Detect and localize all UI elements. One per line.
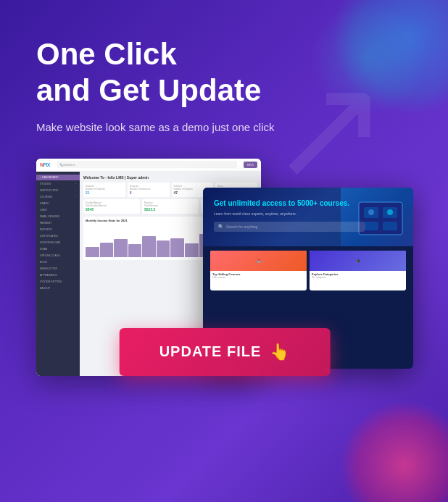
course-info-1: Top Selling Courses 100+ courses xyxy=(210,271,307,280)
sidebar-item-courses: COURSES› xyxy=(36,194,80,200)
sidebar-item-system: SYSTEM SETTING xyxy=(36,279,80,285)
sidebar-item-dashboard: ▪ DASHBOARD xyxy=(36,175,80,180)
sidebar-item-email: EMAIL SENDING xyxy=(36,214,80,219)
stat-revenue: Revenue Total Revenue $623.5 xyxy=(142,199,199,214)
stat-enrolled-amount: Enrolled Amount Total Enrolled Amount $8… xyxy=(83,199,140,214)
stat-card-instructor: Instructor Number of Instructors 8 xyxy=(128,183,170,197)
sidebar-item-backup: BACKUP xyxy=(36,285,80,291)
sidebar-item-certificates: CERTIFICATES xyxy=(36,233,80,239)
admin-logo: NFIX xyxy=(40,162,50,167)
mockup-container: NFIX 🔍 SEARCH NFIX ▪ DASHBOARD xyxy=(36,159,413,398)
tech-illustration xyxy=(341,188,413,246)
sidebar-item-graph: GRAPH xyxy=(36,201,80,206)
chart-bar-2 xyxy=(100,243,114,257)
chart-bar-8 xyxy=(185,243,199,257)
website-courses: 📚 Top Selling Courses 100+ courses 🎓 Exp… xyxy=(203,246,413,295)
course-card-2: 🎓 Explore Categories 50+ categories xyxy=(310,251,406,290)
sidebar-item-book: BOOK xyxy=(36,259,80,265)
sidebar-item-user: USER xyxy=(36,207,80,213)
welcome-text: Welcome To - Infix LMS | Super admin xyxy=(83,175,257,180)
website-search-bar: 🔍 Search for anything xyxy=(214,222,365,232)
sidebar-item-offline: OFFLINE CLASS xyxy=(36,253,80,259)
dashboard-icon: ▪ xyxy=(40,176,41,179)
course-info-2: Explore Categories 50+ categories xyxy=(310,271,406,280)
page-subheadline: Make website look same as a demo just on… xyxy=(36,121,412,133)
sidebar-item-payment: PAYMENT xyxy=(36,220,80,226)
svg-rect-3 xyxy=(364,222,378,230)
website-headline: Get unlimited access to 5000+ courses. xyxy=(214,198,402,208)
page-headline: One Click and Get Update xyxy=(36,36,412,109)
search-icon-website: 🔍 xyxy=(218,224,223,229)
admin-sidebar: ▪ DASHBOARD STUDIES› INSTRUCTORS› COURSE… xyxy=(36,172,80,376)
sidebar-item-studies: STUDIES› xyxy=(36,181,80,187)
admin-nav-button: NFIX xyxy=(244,162,257,168)
admin-search-bar: 🔍 SEARCH xyxy=(57,161,237,168)
website-hero: Get unlimited access to 5000+ courses. L… xyxy=(203,188,413,246)
chart-bar-5 xyxy=(142,236,156,257)
update-file-button[interactable]: UPDATE FILE 👆 xyxy=(120,328,331,376)
admin-topbar: NFIX 🔍 SEARCH NFIX xyxy=(36,159,261,172)
chart-bar-7 xyxy=(170,238,184,257)
update-file-button-wrapper: UPDATE FILE 👆 xyxy=(120,328,331,376)
update-file-label: UPDATE FILE xyxy=(159,343,262,360)
chart-bar-6 xyxy=(157,240,170,257)
hand-pointer-icon: 👆 xyxy=(270,343,290,361)
course-img-2: 🎓 xyxy=(310,251,406,271)
sidebar-item-exam: EXAM xyxy=(36,246,80,252)
chart-bar-3 xyxy=(114,239,128,257)
sidebar-item-newsletter: NEWSLETTER xyxy=(36,266,80,272)
svg-rect-4 xyxy=(383,222,397,230)
course-card-1: 📚 Top Selling Courses 100+ courses xyxy=(210,251,307,290)
sidebar-item-frontend: FRONTEND CMS xyxy=(36,240,80,246)
sidebar-item-instructors: INSTRUCTORS› xyxy=(36,188,80,193)
page-background: ↗ One Click and Get Update Make website … xyxy=(0,0,448,502)
chart-bar-1 xyxy=(86,247,99,257)
sidebar-item-reports: REPORTS xyxy=(36,227,80,233)
website-subtext: Learn from world class experts, anytime,… xyxy=(214,212,402,216)
course-img-1: 📚 xyxy=(210,251,307,271)
stat-card-students: Students Number of Students 21 xyxy=(83,183,125,197)
chart-bar-4 xyxy=(128,244,142,257)
sidebar-item-appearance: APPEARANCE xyxy=(36,272,80,278)
